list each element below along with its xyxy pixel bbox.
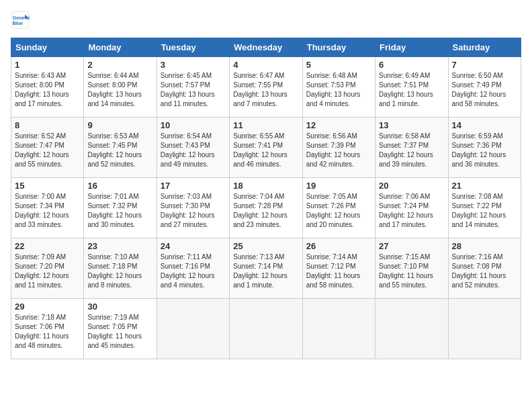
calendar-header-row: SundayMondayTuesdayWednesdayThursdayFrid… bbox=[11, 38, 521, 57]
day-info: Sunrise: 6:56 AM Sunset: 7:39 PM Dayligh… bbox=[306, 132, 371, 169]
calendar-body: 1 Sunrise: 6:43 AM Sunset: 8:00 PM Dayli… bbox=[11, 57, 521, 359]
day-header-sunday: Sunday bbox=[11, 38, 84, 57]
logo-icon: General Blue bbox=[11, 11, 30, 30]
day-info: Sunrise: 6:44 AM Sunset: 8:00 PM Dayligh… bbox=[87, 71, 152, 109]
calendar-week-2: 8 Sunrise: 6:52 AM Sunset: 7:47 PM Dayli… bbox=[11, 118, 521, 178]
day-number: 13 bbox=[379, 120, 444, 130]
day-number: 17 bbox=[161, 181, 226, 191]
day-info: Sunrise: 7:18 AM Sunset: 7:06 PM Dayligh… bbox=[15, 313, 80, 351]
day-number: 18 bbox=[233, 181, 298, 191]
calendar-day bbox=[230, 299, 302, 359]
calendar-day: 25 Sunrise: 7:13 AM Sunset: 7:14 PM Dayl… bbox=[230, 238, 302, 299]
page-header: General Blue bbox=[11, 11, 521, 30]
day-info: Sunrise: 7:14 AM Sunset: 7:12 PM Dayligh… bbox=[306, 253, 371, 290]
calendar-day: 20 Sunrise: 7:06 AM Sunset: 7:24 PM Dayl… bbox=[375, 178, 448, 238]
day-info: Sunrise: 6:58 AM Sunset: 7:37 PM Dayligh… bbox=[379, 132, 444, 169]
day-number: 20 bbox=[379, 181, 444, 191]
calendar-day: 10 Sunrise: 6:54 AM Sunset: 7:43 PM Dayl… bbox=[157, 118, 229, 178]
day-info: Sunrise: 7:00 AM Sunset: 7:34 PM Dayligh… bbox=[15, 192, 80, 230]
day-header-friday: Friday bbox=[375, 38, 448, 57]
calendar-week-1: 1 Sunrise: 6:43 AM Sunset: 8:00 PM Dayli… bbox=[11, 57, 521, 118]
day-info: Sunrise: 6:52 AM Sunset: 7:47 PM Dayligh… bbox=[15, 132, 80, 169]
day-info: Sunrise: 6:50 AM Sunset: 7:49 PM Dayligh… bbox=[452, 71, 517, 109]
calendar-day: 5 Sunrise: 6:48 AM Sunset: 7:53 PM Dayli… bbox=[302, 57, 375, 118]
calendar-day: 11 Sunrise: 6:55 AM Sunset: 7:41 PM Dayl… bbox=[230, 118, 302, 178]
day-info: Sunrise: 7:15 AM Sunset: 7:10 PM Dayligh… bbox=[379, 253, 444, 290]
day-number: 12 bbox=[306, 120, 371, 130]
day-info: Sunrise: 6:45 AM Sunset: 7:57 PM Dayligh… bbox=[161, 71, 226, 109]
svg-rect-0 bbox=[11, 11, 28, 28]
calendar-week-3: 15 Sunrise: 7:00 AM Sunset: 7:34 PM Dayl… bbox=[11, 178, 521, 238]
calendar-day: 29 Sunrise: 7:18 AM Sunset: 7:06 PM Dayl… bbox=[11, 299, 84, 359]
calendar-day: 28 Sunrise: 7:16 AM Sunset: 7:08 PM Dayl… bbox=[448, 238, 521, 299]
day-header-tuesday: Tuesday bbox=[157, 38, 229, 57]
calendar-table: SundayMondayTuesdayWednesdayThursdayFrid… bbox=[11, 38, 521, 359]
day-info: Sunrise: 6:49 AM Sunset: 7:51 PM Dayligh… bbox=[379, 71, 444, 109]
day-info: Sunrise: 7:19 AM Sunset: 7:05 PM Dayligh… bbox=[87, 313, 152, 351]
calendar-day: 13 Sunrise: 6:58 AM Sunset: 7:37 PM Dayl… bbox=[375, 118, 448, 178]
logo: General Blue bbox=[11, 11, 32, 30]
day-info: Sunrise: 7:08 AM Sunset: 7:22 PM Dayligh… bbox=[452, 192, 517, 230]
calendar-day bbox=[157, 299, 229, 359]
day-info: Sunrise: 6:47 AM Sunset: 7:55 PM Dayligh… bbox=[233, 71, 298, 109]
day-info: Sunrise: 7:13 AM Sunset: 7:14 PM Dayligh… bbox=[233, 253, 298, 290]
calendar-day: 27 Sunrise: 7:15 AM Sunset: 7:10 PM Dayl… bbox=[375, 238, 448, 299]
calendar-day: 24 Sunrise: 7:11 AM Sunset: 7:16 PM Dayl… bbox=[157, 238, 229, 299]
calendar-day: 3 Sunrise: 6:45 AM Sunset: 7:57 PM Dayli… bbox=[157, 57, 229, 118]
calendar-day: 19 Sunrise: 7:05 AM Sunset: 7:26 PM Dayl… bbox=[302, 178, 375, 238]
calendar-day: 9 Sunrise: 6:53 AM Sunset: 7:45 PM Dayli… bbox=[84, 118, 157, 178]
day-number: 3 bbox=[161, 60, 226, 70]
day-number: 19 bbox=[306, 181, 371, 191]
day-number: 15 bbox=[15, 181, 80, 191]
day-number: 26 bbox=[306, 241, 371, 251]
calendar-day: 30 Sunrise: 7:19 AM Sunset: 7:05 PM Dayl… bbox=[84, 299, 157, 359]
day-info: Sunrise: 6:54 AM Sunset: 7:43 PM Dayligh… bbox=[161, 132, 226, 169]
day-number: 27 bbox=[379, 241, 444, 251]
calendar-day bbox=[375, 299, 448, 359]
day-header-monday: Monday bbox=[84, 38, 157, 57]
calendar-day: 22 Sunrise: 7:09 AM Sunset: 7:20 PM Dayl… bbox=[11, 238, 84, 299]
calendar-week-4: 22 Sunrise: 7:09 AM Sunset: 7:20 PM Dayl… bbox=[11, 238, 521, 299]
day-number: 22 bbox=[15, 241, 80, 251]
day-number: 1 bbox=[15, 60, 80, 70]
day-number: 4 bbox=[233, 60, 298, 70]
day-info: Sunrise: 6:53 AM Sunset: 7:45 PM Dayligh… bbox=[87, 132, 152, 169]
calendar-day: 26 Sunrise: 7:14 AM Sunset: 7:12 PM Dayl… bbox=[302, 238, 375, 299]
day-number: 7 bbox=[452, 60, 517, 70]
day-info: Sunrise: 7:16 AM Sunset: 7:08 PM Dayligh… bbox=[452, 253, 517, 290]
day-number: 14 bbox=[452, 120, 517, 130]
day-number: 11 bbox=[233, 120, 298, 130]
day-number: 28 bbox=[452, 241, 517, 251]
day-info: Sunrise: 7:11 AM Sunset: 7:16 PM Dayligh… bbox=[161, 253, 226, 290]
calendar-day bbox=[448, 299, 521, 359]
calendar-day: 16 Sunrise: 7:01 AM Sunset: 7:32 PM Dayl… bbox=[84, 178, 157, 238]
calendar-week-5: 29 Sunrise: 7:18 AM Sunset: 7:06 PM Dayl… bbox=[11, 299, 521, 359]
day-info: Sunrise: 6:43 AM Sunset: 8:00 PM Dayligh… bbox=[15, 71, 80, 109]
day-header-wednesday: Wednesday bbox=[230, 38, 302, 57]
calendar-day: 18 Sunrise: 7:04 AM Sunset: 7:28 PM Dayl… bbox=[230, 178, 302, 238]
day-info: Sunrise: 7:04 AM Sunset: 7:28 PM Dayligh… bbox=[233, 192, 298, 230]
calendar-day: 21 Sunrise: 7:08 AM Sunset: 7:22 PM Dayl… bbox=[448, 178, 521, 238]
day-info: Sunrise: 7:03 AM Sunset: 7:30 PM Dayligh… bbox=[161, 192, 226, 230]
calendar-day: 12 Sunrise: 6:56 AM Sunset: 7:39 PM Dayl… bbox=[302, 118, 375, 178]
day-number: 23 bbox=[87, 241, 152, 251]
calendar-day: 8 Sunrise: 6:52 AM Sunset: 7:47 PM Dayli… bbox=[11, 118, 84, 178]
day-info: Sunrise: 7:01 AM Sunset: 7:32 PM Dayligh… bbox=[87, 192, 152, 230]
day-number: 29 bbox=[15, 302, 80, 312]
day-info: Sunrise: 6:55 AM Sunset: 7:41 PM Dayligh… bbox=[233, 132, 298, 169]
day-info: Sunrise: 7:10 AM Sunset: 7:18 PM Dayligh… bbox=[87, 253, 152, 290]
day-number: 24 bbox=[161, 241, 226, 251]
calendar-day: 14 Sunrise: 6:59 AM Sunset: 7:36 PM Dayl… bbox=[448, 118, 521, 178]
day-number: 5 bbox=[306, 60, 371, 70]
day-number: 16 bbox=[87, 181, 152, 191]
calendar-day: 2 Sunrise: 6:44 AM Sunset: 8:00 PM Dayli… bbox=[84, 57, 157, 118]
calendar-day: 7 Sunrise: 6:50 AM Sunset: 7:49 PM Dayli… bbox=[448, 57, 521, 118]
calendar-day: 1 Sunrise: 6:43 AM Sunset: 8:00 PM Dayli… bbox=[11, 57, 84, 118]
calendar-day: 17 Sunrise: 7:03 AM Sunset: 7:30 PM Dayl… bbox=[157, 178, 229, 238]
day-info: Sunrise: 7:05 AM Sunset: 7:26 PM Dayligh… bbox=[306, 192, 371, 230]
svg-text:Blue: Blue bbox=[13, 21, 23, 26]
day-number: 6 bbox=[379, 60, 444, 70]
day-number: 25 bbox=[233, 241, 298, 251]
day-number: 9 bbox=[87, 120, 152, 130]
calendar-day: 4 Sunrise: 6:47 AM Sunset: 7:55 PM Dayli… bbox=[230, 57, 302, 118]
